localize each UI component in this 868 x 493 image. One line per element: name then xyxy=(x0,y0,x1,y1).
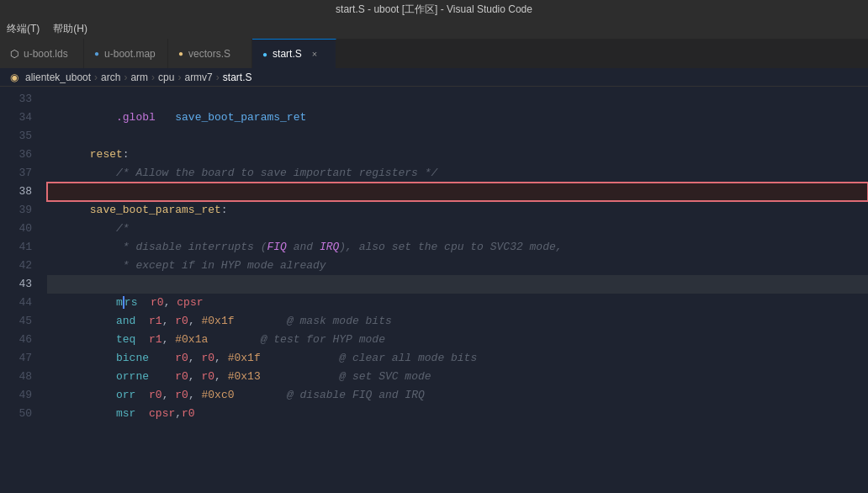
ln-49: 49 xyxy=(0,386,32,405)
menu-terminal[interactable]: 终端(T) xyxy=(7,22,40,36)
code-line-49: msr cpsr,r0 xyxy=(47,386,868,405)
ln-47: 47 xyxy=(0,349,32,368)
code-line-36: /* Allow the board to save important reg… xyxy=(47,146,868,164)
tab-label-lds: u-boot.lds xyxy=(24,48,68,60)
ln-36: 36 xyxy=(0,146,32,164)
code-line-40: * disable interrupts (FIQ and IRQ), also… xyxy=(47,220,868,238)
code-area[interactable]: .globl save_boot_params_ret reset: /* Al… xyxy=(40,87,868,493)
tab-label-start: start.S xyxy=(273,48,302,60)
menu-help[interactable]: 帮助(H) xyxy=(53,22,87,36)
ln-43: 43 xyxy=(0,275,32,294)
ln-50: 50 xyxy=(0,405,32,423)
code-line-46: bicne r0, r0, #0x1f @ clear all mode bit… xyxy=(47,331,868,349)
code-line-35: reset: xyxy=(47,127,868,146)
code-line-37: b save_boot_params xyxy=(47,164,868,183)
ln-35: 35 xyxy=(0,127,32,146)
tab-start-s[interactable]: ● start.S × xyxy=(252,39,336,68)
ln-42: 42 xyxy=(0,257,32,275)
tab-bar: ⬡ u-boot.lds ● u-boot.map ● vectors.S ● … xyxy=(0,39,868,68)
code-line-43: mrs r0, cpsr xyxy=(47,275,868,294)
breadcrumb-cpu[interactable]: cpu xyxy=(158,72,174,83)
tab-vectors-s[interactable]: ● vectors.S xyxy=(168,39,252,68)
breadcrumb-file[interactable]: start.S xyxy=(223,72,252,83)
tab-close-start[interactable]: × xyxy=(310,48,319,60)
editor: 33 34 35 36 37 38 39 40 41 42 43 44 45 4… xyxy=(0,87,868,493)
code-line-44: and r1, r0, #0x1f @ mask mode bits xyxy=(47,294,868,312)
code-line-34 xyxy=(47,109,868,127)
tab-icon-vectors: ● xyxy=(178,49,183,58)
breadcrumb-icon: ◉ xyxy=(10,72,19,83)
ln-33: 33 xyxy=(0,90,32,109)
tab-icon-lds: ⬡ xyxy=(10,48,19,60)
menu-bar: 终端(T) 帮助(H) xyxy=(0,19,868,39)
breadcrumb-arch[interactable]: arch xyxy=(101,72,120,83)
window-title: start.S - uboot [工作区] - Visual Studio Co… xyxy=(336,3,532,17)
tab-u-boot-lds[interactable]: ⬡ u-boot.lds xyxy=(0,39,84,68)
ln-34: 34 xyxy=(0,109,32,127)
code-line-39: /* xyxy=(47,201,868,220)
line-numbers: 33 34 35 36 37 38 39 40 41 42 43 44 45 4… xyxy=(0,87,40,493)
breadcrumb-armv7[interactable]: armv7 xyxy=(184,72,212,83)
code-line-47: orrne r0, r0, #0x13 @ set SVC mode xyxy=(47,349,868,368)
ln-44: 44 xyxy=(0,294,32,312)
ln-37: 37 xyxy=(0,164,32,183)
code-line-33: .globl save_boot_params_ret xyxy=(47,90,868,109)
breadcrumb-arm[interactable]: arm xyxy=(130,72,148,83)
tab-icon-start: ● xyxy=(262,50,267,59)
code-line-38: save_boot_params_ret: xyxy=(47,183,868,201)
title-bar: start.S - uboot [工作区] - Visual Studio Co… xyxy=(0,0,868,19)
code-line-45: teq r1, #0x1a @ test for HYP mode xyxy=(47,312,868,331)
ln-41: 41 xyxy=(0,238,32,257)
tab-icon-map: ● xyxy=(94,49,99,58)
tab-label-map: u-boot.map xyxy=(104,48,156,60)
code-line-41: * except if in HYP mode already xyxy=(47,238,868,257)
ln-48: 48 xyxy=(0,368,32,386)
tab-label-vectors: vectors.S xyxy=(188,48,230,60)
code-line-48: orr r0, r0, #0xc0 @ disable FIQ and IRQ xyxy=(47,368,868,386)
breadcrumb-root[interactable]: alientek_uboot xyxy=(25,72,91,83)
tab-u-boot-map[interactable]: ● u-boot.map xyxy=(84,39,168,68)
ln-45: 45 xyxy=(0,312,32,331)
ln-40: 40 xyxy=(0,220,32,238)
ln-39: 39 xyxy=(0,201,32,220)
ln-46: 46 xyxy=(0,331,32,349)
ln-38: 38 xyxy=(0,183,32,201)
code-line-42: */ xyxy=(47,257,868,275)
breadcrumb: ◉ alientek_uboot › arch › arm › cpu › ar… xyxy=(0,68,868,87)
code-line-50 xyxy=(47,405,868,423)
